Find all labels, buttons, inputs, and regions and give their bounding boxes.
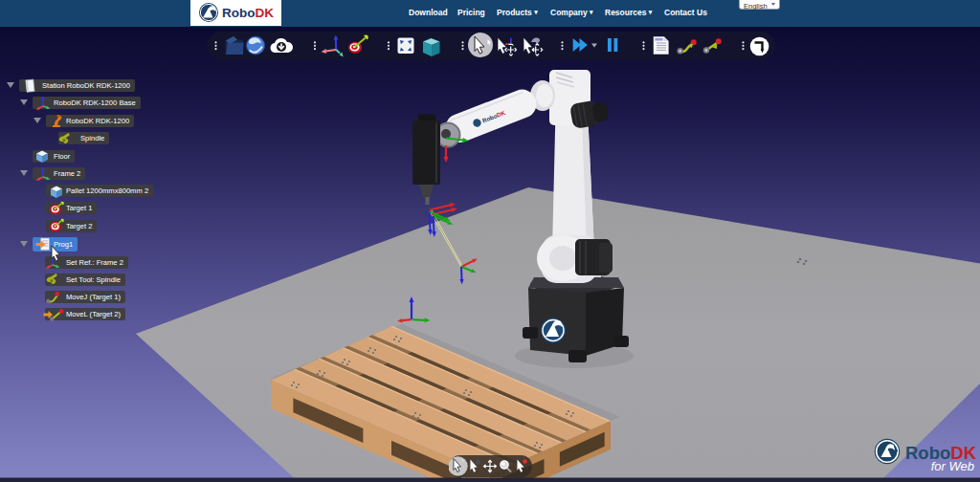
- svg-text:RoboDK: RoboDK: [222, 6, 274, 20]
- svg-text:for Web: for Web: [931, 459, 974, 472]
